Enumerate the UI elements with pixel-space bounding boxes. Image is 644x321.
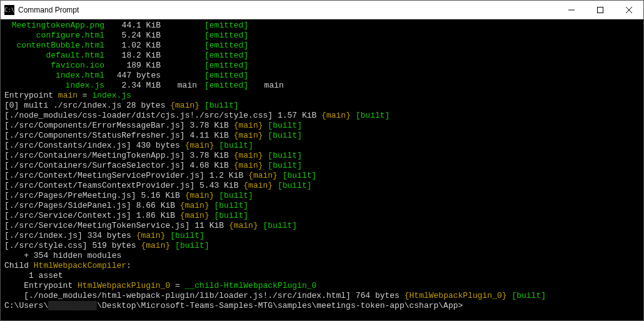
prompt-path: \Desktop\Microsoft-Teams-Samples-MTG\sam…: [97, 301, 463, 310]
asset-chunks: main: [161, 81, 198, 91]
asset-emitted: [emitted]: [198, 71, 254, 81]
module-size: 3.78 KiB: [185, 151, 234, 160]
module-chunk: main: [185, 201, 204, 210]
asset-size: 5.24 KiB: [104, 31, 161, 41]
module-row: [./src/Containers/MeetingTokenApp.js] 3.…: [4, 151, 640, 161]
terminal-output[interactable]: MeetingtokenApp.png44.1 KiB[emitted]conf…: [1, 19, 643, 320]
child-module-path: [./node_modules/html-webpack-plugin/lib/…: [4, 291, 351, 300]
module-built: [built]: [263, 221, 298, 230]
prompt-line: C:\Users\v-srXXXXXX\Desktop\Microsoft-Te…: [4, 301, 640, 311]
asset-name: contentBubble.html: [4, 41, 104, 51]
module-size: 4.68 KiB: [185, 161, 234, 170]
asset-emitted: [emitted]: [198, 31, 254, 41]
entrypoint-line: Entrypoint main = index.js: [4, 91, 640, 101]
asset-emitted: [emitted]: [198, 21, 254, 31]
module-row: [./src/Pages/SidePanel.js] 8.66 KiB {mai…: [4, 201, 640, 211]
module-row: [0] multi ./src/index.js 28 bytes {main}…: [4, 101, 640, 111]
module-built: [built]: [219, 191, 253, 200]
asset-row: index.js2.34 MiBmain[emitted] main: [4, 81, 640, 91]
module-built: [built]: [278, 181, 312, 190]
module-size: 430 bytes: [131, 141, 185, 150]
module-built: [built]: [175, 241, 209, 250]
module-chunk: main: [253, 171, 273, 180]
close-button[interactable]: [615, 1, 643, 19]
prompt-pre: C:\Users\: [4, 301, 48, 310]
asset-name: favicon.ico: [4, 61, 104, 71]
child-module-row: [./node_modules/html-webpack-plugin/lib/…: [4, 291, 640, 301]
asset-name: configure.html: [4, 31, 104, 41]
module-path: [0] multi ./src/index.js: [4, 101, 121, 110]
module-size: 28 bytes: [121, 101, 170, 110]
asset-emitted: [emitted]: [198, 81, 254, 91]
module-chunk: main: [141, 231, 160, 240]
asset-row: index.html447 bytes[emitted]: [4, 71, 640, 81]
module-path: [./src/Pages/PreMeeting.js]: [4, 191, 136, 200]
maximize-button[interactable]: [586, 1, 615, 19]
cmd-icon: C:\: [4, 5, 14, 15]
module-row: [./src/Pages/PreMeeting.js] 5.16 KiB {ma…: [4, 191, 640, 201]
asset-name: MeetingtokenApp.png: [4, 21, 104, 31]
window-controls: [557, 1, 643, 19]
module-row: [./node_modules/css-loader/dist/cjs.js!.…: [4, 111, 640, 121]
asset-name: index.js: [4, 81, 104, 91]
asset-row: favicon.ico189 KiB[emitted]: [4, 61, 640, 71]
asset-name: index.html: [4, 71, 104, 81]
module-size: 519 bytes: [88, 241, 141, 250]
asset-size: 44.1 KiB: [104, 21, 161, 31]
module-built: [built]: [170, 231, 204, 240]
module-size: 8.66 KiB: [131, 201, 180, 210]
module-row: [./src/Components/ErrorMessageBar.js] 3.…: [4, 121, 640, 131]
module-path: [./src/Containers/MeetingTokenApp.js]: [4, 151, 185, 160]
module-size: 1.86 KiB: [131, 211, 180, 220]
module-size: 1.57 KiB: [273, 111, 321, 120]
module-chunk: main: [234, 221, 253, 230]
module-size: 5.16 KiB: [136, 191, 185, 200]
module-built: [built]: [214, 201, 249, 210]
module-path: [./src/Components/StatusRefresher.js]: [4, 131, 185, 140]
module-size: 1.2 KiB: [204, 171, 248, 180]
asset-size: 2.34 MiB: [104, 81, 161, 91]
module-chunk: main: [238, 121, 258, 130]
child-header: Child HtmlWebpackCompiler:: [4, 261, 640, 271]
asset-chunk-names: main: [254, 81, 284, 90]
module-built: [built]: [268, 151, 302, 160]
module-path: [./src/Service/Context.js]: [4, 211, 131, 220]
window-title: Command Prompt: [18, 6, 557, 14]
module-path: [./src/Containers/SurfaceSelector.js]: [4, 161, 185, 170]
module-path: [./src/Components/ErrorMessageBar.js]: [4, 121, 185, 130]
module-row: [./src/Service/MeetingTokenService.js] 1…: [4, 221, 640, 231]
module-chunk: main: [189, 141, 209, 150]
module-row: [./src/Containers/SurfaceSelector.js] 4.…: [4, 161, 640, 171]
module-chunk: main: [189, 191, 209, 200]
module-row: [./src/Context/MeetingServiceProvider.js…: [4, 171, 640, 181]
child-module-chunk: HtmlWebpackPlugin_0: [410, 291, 502, 300]
minimize-button[interactable]: [557, 1, 586, 19]
module-row: [./src/Constants/index.js] 430 bytes {ma…: [4, 141, 640, 151]
module-size: 334 bytes: [83, 231, 136, 240]
module-path: [./src/Context/MeetingServiceProvider.js…: [4, 171, 204, 180]
child-entrypoint-line: Entrypoint HtmlWebpackPlugin_0 = __child…: [4, 281, 640, 291]
module-path: [./src/Context/TeamsContextProvider.js]: [4, 181, 194, 190]
entrypoint-label: Entrypoint: [4, 91, 58, 100]
module-path: [./src/Pages/SidePanel.js]: [4, 201, 131, 210]
asset-emitted: [emitted]: [198, 61, 254, 71]
module-row: [./src/Context/TeamsContextProvider.js] …: [4, 181, 640, 191]
child-module-size: 764 bytes: [351, 291, 405, 300]
child-entry-file: __child-HtmlWebpackPlugin_0: [185, 281, 317, 290]
module-chunk: main: [248, 181, 268, 190]
module-built: [built]: [214, 211, 249, 220]
module-path: [./src/index.js]: [4, 231, 83, 240]
module-built: [built]: [204, 101, 239, 110]
module-size: 4.11 KiB: [185, 131, 234, 140]
module-size: 11 KiB: [189, 221, 228, 230]
asset-size: 447 bytes: [104, 71, 161, 81]
window-titlebar: C:\ Command Prompt: [1, 1, 643, 19]
asset-emitted: [emitted]: [198, 51, 254, 61]
module-built: [built]: [268, 161, 302, 170]
module-chunk: main: [146, 241, 165, 250]
module-built: [built]: [219, 141, 253, 150]
module-path: [./src/Constants/index.js]: [4, 141, 131, 150]
entrypoint-name: main: [58, 91, 78, 100]
module-path: [./src/style.css]: [4, 241, 88, 250]
asset-row: configure.html5.24 KiB[emitted]: [4, 31, 640, 41]
